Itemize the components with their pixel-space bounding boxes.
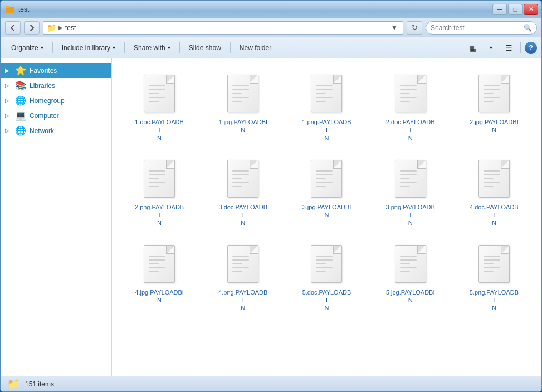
doc-line-4 xyxy=(232,182,249,183)
file-icon-container xyxy=(140,242,179,286)
window-title: test xyxy=(18,6,29,13)
doc-lines xyxy=(149,256,165,272)
file-name: 1.doc.PAYLOADBIN xyxy=(134,118,184,142)
doc-line-4 xyxy=(149,267,165,268)
list-item[interactable]: 5.doc.PAYLOADBIN xyxy=(287,237,366,317)
minimize-button[interactable]: ─ xyxy=(492,4,507,15)
file-name: 3.png.PAYLOADBIN xyxy=(385,203,436,227)
doc-line-5 xyxy=(400,186,410,187)
search-box[interactable]: 🔍 xyxy=(426,21,537,35)
back-button[interactable] xyxy=(5,21,21,35)
doc-lines xyxy=(400,85,417,102)
document-icon xyxy=(395,160,426,198)
file-grid: 1.doc.PAYLOADBIN 1.jpg.PAYLOADBIN xyxy=(118,64,536,320)
slide-show-button[interactable]: Slide show xyxy=(183,40,227,56)
list-item[interactable]: 1.doc.PAYLOADBIN xyxy=(120,66,199,147)
list-item[interactable]: 5.jpg.PAYLOADBIN xyxy=(371,237,450,317)
doc-line-1 xyxy=(400,256,417,257)
breadcrumb-separator: ▶ xyxy=(58,24,63,31)
sidebar-item-homegroup[interactable]: ▷ 🌐 Homegroup xyxy=(1,93,111,108)
include-library-button[interactable]: Include in library ▾ xyxy=(56,40,121,56)
breadcrumb-bar[interactable]: 📁 ▶ test ▼ xyxy=(43,21,403,35)
file-name: 3.doc.PAYLOADBIN xyxy=(218,203,268,227)
doc-line-5 xyxy=(232,271,242,272)
list-item[interactable]: 4.doc.PAYLOADBIN xyxy=(455,151,534,232)
folder-title-icon xyxy=(5,4,15,14)
document-icon xyxy=(311,160,342,198)
doc-lines xyxy=(232,170,249,187)
sidebar-expand-computer: ▷ xyxy=(5,112,12,119)
list-item[interactable]: 4.jpg.PAYLOADBIN xyxy=(120,237,199,317)
search-icon: 🔍 xyxy=(524,24,532,32)
list-item[interactable]: 2.doc.PAYLOADBIN xyxy=(371,66,450,147)
sidebar-item-favorites[interactable]: ▶ ⭐ Favorites xyxy=(1,63,111,78)
sidebar-label-computer: Computer xyxy=(30,112,59,120)
details-view-button[interactable]: ☰ xyxy=(501,41,516,55)
file-icon-container xyxy=(391,156,430,201)
toolbar-right: ▦ ▾ ☰ ? xyxy=(465,41,537,55)
doc-line-3 xyxy=(400,93,410,94)
sidebar-item-computer[interactable]: ▷ 💻 Computer xyxy=(1,108,111,123)
doc-line-1 xyxy=(316,170,333,171)
doc-line-5 xyxy=(484,186,494,187)
organize-button[interactable]: Organize ▾ xyxy=(5,40,50,56)
search-input[interactable] xyxy=(431,24,521,32)
sidebar-label-network: Network xyxy=(30,127,54,135)
breadcrumb-dropdown[interactable]: ▼ xyxy=(389,22,399,34)
file-icon-container xyxy=(391,242,430,286)
grid-view-button[interactable]: ▦ xyxy=(465,41,481,55)
list-item[interactable]: 1.png.PAYLOADBIN xyxy=(287,66,366,147)
sidebar-expand-favorites: ▶ xyxy=(5,67,12,74)
list-item[interactable]: 3.doc.PAYLOADBIN xyxy=(203,151,282,232)
maximize-button[interactable]: □ xyxy=(508,4,523,15)
sidebar-item-network[interactable]: ▷ 🌐 Network xyxy=(1,123,111,138)
doc-line-2 xyxy=(484,259,500,261)
doc-lines xyxy=(316,256,333,272)
doc-line-1 xyxy=(484,256,500,257)
file-name: 5.jpg.PAYLOADBIN xyxy=(386,288,435,305)
computer-icon: 💻 xyxy=(15,110,26,121)
file-icon-container xyxy=(223,242,262,286)
list-item[interactable]: 1.jpg.PAYLOADBIN xyxy=(203,66,282,147)
doc-line-2 xyxy=(400,174,417,175)
doc-line-4 xyxy=(484,267,500,268)
list-item[interactable]: 3.png.PAYLOADBIN xyxy=(371,151,450,232)
view-dropdown-button[interactable]: ▾ xyxy=(483,41,499,55)
doc-line-5 xyxy=(316,271,326,272)
list-item[interactable]: 4.png.PAYLOADBIN xyxy=(203,237,282,317)
doc-line-3 xyxy=(316,178,326,179)
doc-line-4 xyxy=(149,182,165,183)
doc-line-1 xyxy=(232,170,249,171)
help-button[interactable]: ? xyxy=(525,42,537,54)
list-item[interactable]: 2.png.PAYLOADBIN xyxy=(120,151,199,232)
window-controls: ─ □ ✕ xyxy=(492,4,538,15)
doc-line-3 xyxy=(484,93,494,94)
doc-line-2 xyxy=(484,89,500,90)
file-icon-container xyxy=(475,242,514,286)
toolbar-separator-4 xyxy=(230,42,231,53)
doc-line-3 xyxy=(232,263,242,264)
document-icon xyxy=(478,245,510,283)
list-item[interactable]: 2.jpg.PAYLOADBIN xyxy=(455,66,534,147)
doc-line-3 xyxy=(400,263,410,264)
share-with-button[interactable]: Share with ▾ xyxy=(128,40,177,56)
new-folder-button[interactable]: New folder xyxy=(233,40,277,56)
doc-lines xyxy=(232,256,249,272)
doc-line-1 xyxy=(316,85,333,86)
refresh-button[interactable]: ↻ xyxy=(407,21,422,35)
doc-line-3 xyxy=(232,178,242,179)
list-item[interactable]: 3.jpg.PAYLOADBIN xyxy=(287,151,366,232)
forward-button[interactable] xyxy=(24,21,40,35)
doc-line-5 xyxy=(316,186,326,187)
homegroup-icon: 🌐 xyxy=(15,95,26,106)
list-item[interactable]: 5.png.PAYLOADBIN xyxy=(455,237,534,317)
doc-line-2 xyxy=(400,259,417,261)
doc-line-1 xyxy=(232,85,249,86)
sidebar-expand-libraries: ▷ xyxy=(5,82,12,89)
close-button[interactable]: ✕ xyxy=(524,4,538,15)
doc-line-2 xyxy=(149,174,165,175)
doc-line-4 xyxy=(400,182,417,183)
sidebar-item-libraries[interactable]: ▷ 📚 Libraries xyxy=(1,78,111,93)
status-item-count: 151 items xyxy=(25,380,54,388)
file-icon-container xyxy=(475,156,514,201)
